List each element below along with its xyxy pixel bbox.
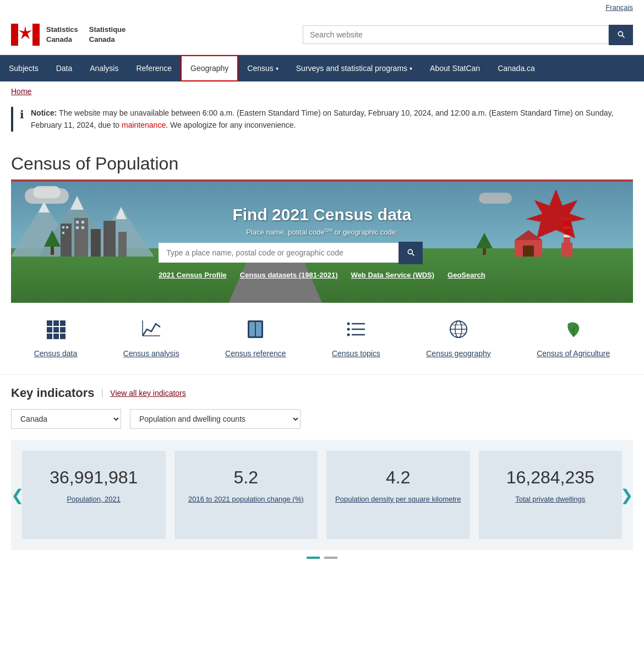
surveys-dropdown-icon: ▾ (410, 66, 412, 72)
nav-item-analysis[interactable]: Analysis (81, 55, 127, 81)
search-input[interactable] (303, 25, 609, 44)
ki-value-pop-change: 5.2 (234, 467, 258, 488)
category-census-data[interactable]: Census data (34, 319, 78, 358)
canada-flag-icon (11, 20, 40, 49)
hero-links: 2021 Census Profile Census datasets (198… (159, 271, 485, 279)
svg-rect-11 (74, 218, 88, 257)
svg-rect-18 (76, 221, 79, 224)
carousel-dots (11, 550, 633, 565)
hero-trees-icon (39, 230, 66, 258)
hero-barn-icon (512, 229, 545, 257)
nav-item-canada[interactable]: Canada.ca (489, 55, 544, 81)
nav-item-geography[interactable]: Geography (181, 55, 238, 81)
hero-link-wds[interactable]: Web Data Service (WDS) (351, 271, 434, 279)
svg-rect-38 (53, 320, 59, 326)
nav-item-about[interactable]: About StatCan (421, 55, 489, 81)
carousel-dot-2[interactable] (324, 557, 337, 559)
svg-point-53 (347, 328, 350, 330)
globe-icon (449, 319, 468, 339)
svg-rect-45 (60, 334, 66, 339)
top-bar: Français (0, 0, 644, 15)
nav-item-census[interactable]: Census ▾ (238, 55, 287, 81)
notice-area: ℹ Notice: The website may be unavailable… (0, 101, 644, 143)
hero-search-input[interactable] (159, 243, 399, 263)
hero-link-profile[interactable]: 2021 Census Profile (159, 271, 227, 279)
census-topics-label: Census topics (332, 349, 380, 358)
ki-next-button[interactable]: ❯ (615, 480, 638, 509)
svg-marker-33 (44, 230, 61, 247)
categories-section: Census data Census analysis Census refer… (0, 303, 644, 375)
svg-rect-41 (53, 327, 59, 333)
book-icon (245, 319, 265, 339)
census-analysis-icon (141, 319, 161, 344)
hero-link-geosearch[interactable]: GeoSearch (447, 271, 485, 279)
svg-rect-0 (11, 24, 18, 46)
ki-divider: | (101, 387, 104, 399)
ki-geo-select[interactable]: Canada Atlantic provinces Quebec Ontario… (11, 409, 121, 429)
svg-marker-8 (70, 196, 84, 210)
notice-highlight: maintenance (122, 121, 166, 129)
hero-search-button[interactable] (399, 242, 423, 264)
ki-cards-wrapper: ❮ 36,991,981 Population, 2021 5.2 2016 t… (11, 440, 633, 550)
category-census-analysis[interactable]: Census analysis (123, 319, 179, 358)
svg-point-51 (347, 322, 350, 325)
svg-rect-44 (53, 334, 59, 339)
ki-link-dwellings[interactable]: Total private dwellings (515, 494, 585, 504)
ki-link-pop-change[interactable]: 2016 to 2021 population change (%) (188, 494, 304, 504)
census-reference-label: Census reference (225, 349, 286, 358)
main-nav: Subjects Data Analysis Reference Geograp… (0, 55, 644, 81)
hero-subtitle: Place name, postal codeOM or geographic … (159, 227, 485, 236)
grid-icon (46, 319, 66, 339)
breadcrumb-home[interactable]: Home (11, 87, 31, 96)
search-button[interactable] (609, 25, 633, 45)
hero-link-datasets[interactable]: Census datasets (1981-2021) (240, 271, 338, 279)
carousel-dot-1[interactable] (307, 557, 320, 559)
census-agriculture-label: Census of Agriculture (537, 349, 610, 358)
nav-item-reference[interactable]: Reference (127, 55, 181, 81)
svg-rect-42 (60, 327, 66, 333)
ki-cards: 36,991,981 Population, 2021 5.2 2016 to … (22, 451, 622, 539)
census-reference-icon (245, 319, 265, 344)
hero-search (159, 242, 423, 264)
notice-label: Notice: (31, 108, 57, 117)
ki-prev-button[interactable]: ❮ (6, 480, 29, 509)
header-search-area (303, 25, 633, 45)
category-census-geography[interactable]: Census geography (426, 319, 491, 358)
notice-text: Notice: The website may be unavailable b… (31, 107, 633, 132)
ki-value-dwellings: 16,284,235 (506, 467, 594, 488)
ki-card-density: 4.2 Population density per square kilome… (326, 451, 470, 539)
breadcrumb: Home (0, 81, 644, 101)
census-data-icon (46, 319, 66, 344)
category-census-topics[interactable]: Census topics (332, 319, 380, 358)
nav-item-subjects[interactable]: Subjects (0, 55, 47, 81)
nav-item-surveys[interactable]: Surveys and statistical programs ▾ (287, 55, 421, 81)
category-census-agriculture[interactable]: Census of Agriculture (537, 319, 610, 358)
svg-rect-2 (32, 24, 40, 46)
notice-info-icon: ℹ (20, 108, 24, 132)
notice-bar (11, 107, 13, 132)
search-icon (616, 30, 625, 39)
hero-search-icon (406, 248, 415, 257)
logo-area: StatisticsCanada StatistiqueCanada (11, 20, 125, 49)
lang-switch-link[interactable]: Français (605, 3, 633, 12)
key-indicators-section: Key indicators | View all key indicators… (0, 375, 644, 576)
hero-cloud-left2 (33, 186, 61, 198)
leaf-icon (564, 319, 583, 339)
nav-item-data[interactable]: Data (47, 55, 81, 81)
ki-view-all-link[interactable]: View all key indicators (110, 389, 185, 397)
ki-link-population[interactable]: Population, 2021 (67, 494, 121, 504)
svg-rect-20 (76, 226, 79, 229)
census-topics-icon (346, 319, 366, 344)
svg-rect-12 (91, 229, 101, 257)
ki-topic-select[interactable]: Population and dwelling counts Age and s… (130, 409, 301, 429)
hero-content: Find 2021 Census data Place name, postal… (159, 205, 485, 279)
census-geography-icon (449, 319, 468, 344)
svg-point-55 (347, 333, 350, 336)
census-agriculture-icon (564, 319, 583, 344)
category-census-reference[interactable]: Census reference (225, 319, 286, 358)
ki-link-density[interactable]: Population density per square kilometre (335, 494, 461, 504)
census-data-label: Census data (34, 349, 78, 358)
svg-rect-32 (523, 246, 534, 257)
hero-cloud-right (479, 193, 512, 204)
ki-title: Key indicators (11, 386, 95, 400)
